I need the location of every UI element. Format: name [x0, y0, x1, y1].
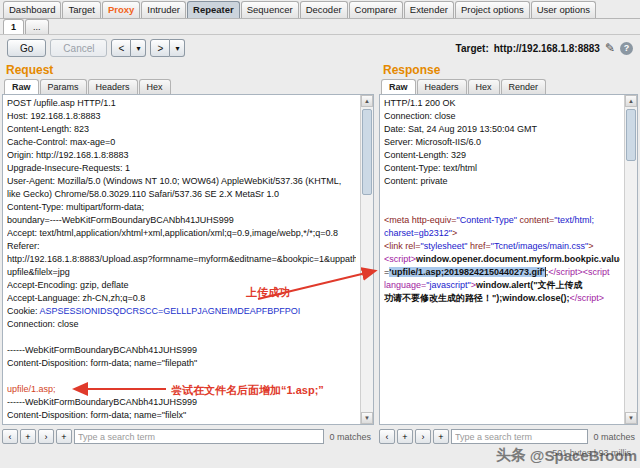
request-search-add2-button[interactable]: +	[56, 429, 72, 444]
code-segment: Connection: close	[384, 111, 456, 121]
response-scrollbar[interactable]: ▲ ▼	[624, 95, 637, 424]
code-line: Accept-Encoding: gzip, deflate	[7, 279, 356, 292]
repeater-tab-bar: 1...	[0, 19, 640, 35]
response-tab-raw[interactable]: Raw	[381, 79, 416, 94]
request-match-count: 0 matches	[329, 432, 371, 442]
response-search-add2-button[interactable]: +	[433, 429, 449, 444]
code-segment: Content-Length: 823	[7, 124, 89, 134]
request-tab-raw[interactable]: Raw	[4, 79, 39, 94]
history-forward-dropdown-icon[interactable]: ▾	[170, 39, 185, 57]
response-scrollbar-thumb[interactable]	[626, 109, 636, 161]
response-search-add-button[interactable]: +	[397, 429, 413, 444]
code-line: Cache-Control: max-age=0	[7, 136, 356, 149]
request-scrollbar-thumb[interactable]	[362, 109, 372, 195]
code-line: POST /upfile.asp HTTP/1.1	[7, 97, 356, 110]
main-tab-user-options[interactable]: User options	[531, 1, 596, 18]
code-segment: Content-Type: text/html	[384, 163, 477, 173]
code-segment: Host: 192.168.1.8:8883	[7, 111, 101, 121]
target-label: Target:	[456, 43, 489, 54]
code-segment: >	[588, 241, 593, 251]
code-line: upfile&filelx=jpg	[7, 266, 356, 279]
code-segment: href=	[467, 241, 490, 251]
main-tab-intruder[interactable]: Intruder	[141, 1, 186, 18]
response-raw-text[interactable]: HTTP/1.1 200 OKConnection: closeDate: Sa…	[380, 95, 624, 424]
request-tab-params[interactable]: Params	[40, 79, 87, 94]
main-tab-project-options[interactable]: Project options	[455, 1, 530, 18]
go-button[interactable]: Go	[7, 39, 46, 57]
history-forward-group: >▾	[150, 39, 185, 57]
code-segment: Referer:	[7, 241, 40, 251]
repeater-tab-more[interactable]: ...	[25, 19, 49, 34]
code-segment: "stylesheet"	[421, 241, 468, 251]
code-segment: "text/html;	[554, 215, 594, 225]
code-segment: Content-Disposition: form-data; name="fi…	[7, 410, 186, 420]
code-segment: 功请不要修改生成的路径！");window.close();	[384, 293, 569, 303]
code-segment: </script><script	[548, 267, 609, 277]
code-line: Date: Sat, 24 Aug 2019 13:50:04 GMT	[384, 123, 620, 136]
response-editor[interactable]: HTTP/1.1 200 OKConnection: closeDate: Sa…	[379, 94, 638, 425]
code-line: Cookie: ASPSESSIONIDSQDCRSCC=GELLLPJAGNE…	[7, 305, 356, 318]
request-raw-text[interactable]: POST /upfile.asp HTTP/1.1Host: 192.168.1…	[3, 95, 360, 424]
edit-target-icon[interactable]: ✎	[605, 41, 615, 55]
watermark: 头条 @SpaceBroom	[496, 446, 637, 465]
request-search-add-button[interactable]: +	[20, 429, 36, 444]
code-segment: content=	[517, 215, 554, 225]
code-line: 功请不要修改生成的路径！");window.close();</script>	[384, 292, 620, 305]
code-segment: <meta http-equiv=	[384, 215, 457, 225]
code-segment: POST /upfile.asp HTTP/1.1	[7, 98, 116, 108]
main-tab-target[interactable]: Target	[62, 1, 100, 18]
main-tab-repeater[interactable]: Repeater	[187, 1, 240, 18]
scroll-up-icon[interactable]: ▲	[361, 95, 373, 107]
response-search-prev-button[interactable]: ‹	[379, 429, 395, 444]
code-line: like Gecko) Chrome/58.0.3029.110 Safari/…	[7, 188, 356, 201]
code-line: Server: Microsoft-IIS/6.0	[384, 136, 620, 149]
code-line	[7, 370, 356, 383]
code-segment: <link rel=	[384, 241, 421, 251]
response-tab-render[interactable]: Render	[501, 79, 547, 94]
request-tab-hex[interactable]: Hex	[139, 79, 171, 94]
code-segment: window.alert("文件上传成	[476, 280, 582, 290]
help-icon[interactable]: ?	[620, 42, 633, 55]
code-segment: "Tcnet/images/main.css"	[491, 241, 588, 251]
target-url: http://192.168.1.8:8883	[494, 43, 600, 54]
response-tab-hex[interactable]: Hex	[468, 79, 500, 94]
scroll-down-icon[interactable]: ▼	[361, 412, 373, 424]
history-back-button[interactable]: <	[111, 39, 131, 57]
code-segment: ------WebKitFormBoundaryBCANbh41JUHS999	[7, 397, 197, 407]
scroll-up-icon[interactable]: ▲	[625, 95, 637, 107]
code-segment: Content: private	[384, 176, 448, 186]
main-tab-sequencer[interactable]: Sequencer	[241, 1, 299, 18]
response-tab-headers[interactable]: Headers	[417, 79, 467, 94]
code-line	[384, 188, 620, 201]
request-search-input[interactable]	[74, 429, 324, 444]
main-tab-dashboard[interactable]: Dashboard	[3, 1, 61, 18]
response-panel: Response RawHeadersHexRender HTTP/1.1 20…	[379, 61, 638, 445]
request-editor[interactable]: POST /upfile.asp HTTP/1.1Host: 192.168.1…	[2, 94, 374, 425]
main-tab-decoder[interactable]: Decoder	[300, 1, 348, 18]
code-segment: window.opener.document.myform.bookpic.va…	[416, 254, 620, 264]
code-segment: Content-Length: 329	[384, 150, 466, 160]
request-scrollbar[interactable]: ▲ ▼	[360, 95, 373, 424]
code-segment: Content-Disposition: form-data; name="fi…	[7, 358, 197, 368]
response-search-bar: ‹ + › + 0 matches	[379, 425, 638, 445]
main-tab-comparer[interactable]: Comparer	[349, 1, 403, 18]
scroll-down-icon[interactable]: ▼	[625, 412, 637, 424]
code-line: User-Agent: Mozilla/5.0 (Windows NT 10.0…	[7, 175, 356, 188]
history-forward-button[interactable]: >	[150, 39, 170, 57]
code-line: ------WebKitFormBoundaryBCANbh41JUHS999	[7, 344, 356, 357]
code-segment: ------WebKitFormBoundaryBCANbh41JUHS999	[7, 345, 197, 355]
request-search-prev-button[interactable]: ‹	[2, 429, 18, 444]
code-segment: </script>	[569, 293, 604, 303]
response-search-next-button[interactable]: ›	[415, 429, 431, 444]
response-search-input[interactable]	[451, 429, 588, 444]
request-search-next-button[interactable]: ›	[38, 429, 54, 444]
cancel-button[interactable]: Cancel	[50, 39, 107, 57]
history-back-dropdown-icon[interactable]: ▾	[131, 39, 146, 57]
main-tab-extender[interactable]: Extender	[404, 1, 454, 18]
request-tab-headers[interactable]: Headers	[88, 79, 138, 94]
request-panel-title: Request	[2, 61, 374, 78]
repeater-tab-1[interactable]: 1	[3, 19, 24, 34]
code-line: Upgrade-Insecure-Requests: 1	[7, 162, 356, 175]
main-tab-proxy[interactable]: Proxy	[102, 1, 140, 18]
code-line: Content-Length: 329	[384, 149, 620, 162]
